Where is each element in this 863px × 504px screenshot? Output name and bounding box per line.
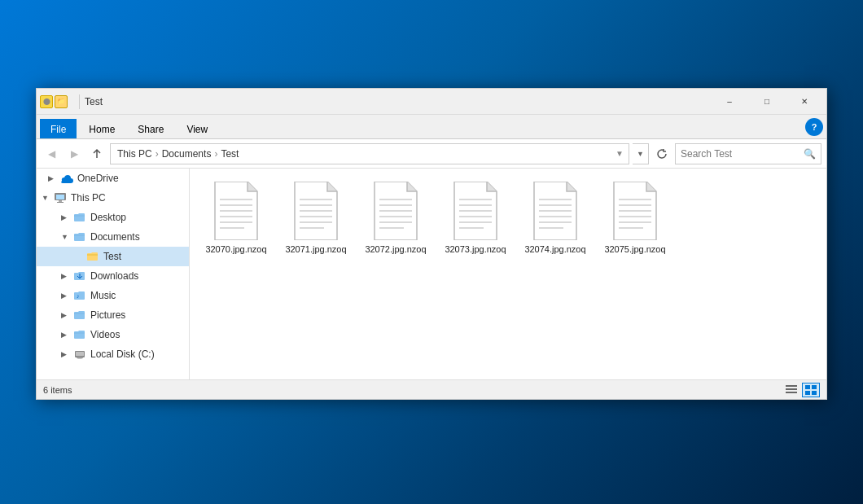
path-this-pc[interactable]: This PC bbox=[116, 148, 154, 160]
maximize-button[interactable]: □ bbox=[748, 89, 786, 115]
expand-icon-local-disk: ▶ bbox=[61, 350, 72, 358]
path-test[interactable]: Test bbox=[219, 148, 240, 160]
file-icon-2 bbox=[371, 182, 420, 240]
sidebar-label-desktop: Desktop bbox=[90, 212, 126, 223]
sidebar-label-documents: Documents bbox=[90, 231, 140, 243]
tab-home[interactable]: Home bbox=[78, 119, 125, 138]
sidebar-label-downloads: Downloads bbox=[90, 270, 138, 282]
search-icon[interactable]: 🔍 bbox=[804, 148, 816, 160]
svg-rect-44 bbox=[786, 385, 797, 387]
sidebar-label-onedrive: OneDrive bbox=[77, 173, 119, 184]
help-button[interactable]: ? bbox=[805, 118, 823, 136]
sidebar-item-pictures[interactable]: ▶ Pictures bbox=[37, 305, 189, 325]
search-box[interactable]: 🔍 bbox=[675, 143, 821, 164]
pictures-icon bbox=[72, 309, 87, 322]
svg-point-6 bbox=[77, 357, 83, 359]
svg-rect-48 bbox=[812, 385, 817, 389]
onedrive-icon bbox=[59, 172, 74, 185]
disk-icon bbox=[72, 348, 87, 361]
file-icon-4 bbox=[531, 182, 580, 240]
path-dropdown-icon: ▼ bbox=[615, 149, 624, 158]
sidebar-label-local-disk: Local Disk (C:) bbox=[90, 348, 155, 360]
downloads-icon bbox=[72, 270, 87, 283]
quick-btn-1[interactable]: ⬤ bbox=[40, 95, 53, 108]
sidebar-item-test[interactable]: Test bbox=[37, 247, 189, 266]
status-item-count: 6 items bbox=[43, 385, 782, 395]
sidebar-label-this-pc: This PC bbox=[71, 192, 106, 204]
file-item-3[interactable]: 32073.jpg.nzoq bbox=[439, 178, 512, 258]
desktop-folder-icon bbox=[72, 211, 87, 224]
file-item-0[interactable]: 32070.jpg.nzoq bbox=[199, 178, 273, 258]
svg-rect-3 bbox=[57, 202, 64, 203]
refresh-icon bbox=[656, 148, 668, 160]
documents-folder-icon bbox=[72, 230, 87, 243]
path-documents[interactable]: Documents bbox=[160, 148, 213, 160]
expand-icon-downloads: ▶ bbox=[61, 272, 72, 280]
svg-text:♪: ♪ bbox=[77, 293, 80, 299]
ribbon-tabs: File Home Share View ? bbox=[37, 115, 826, 139]
expand-icon-this-pc: ▼ bbox=[42, 194, 53, 202]
address-path[interactable]: This PC › Documents › Test ▼ bbox=[110, 143, 629, 164]
path-sep-2: › bbox=[214, 148, 217, 160]
file-name-3: 32073.jpg.nzoq bbox=[445, 243, 506, 255]
address-bar: ◀ ▶ This PC › Documents › Test ▼ ▼ 🔍 bbox=[37, 139, 826, 169]
file-item-5[interactable]: 32075.jpg.nzoq bbox=[598, 178, 672, 258]
file-item-4[interactable]: 32074.jpg.nzoq bbox=[519, 178, 592, 258]
svg-rect-2 bbox=[59, 200, 62, 202]
tab-view[interactable]: View bbox=[176, 119, 218, 138]
file-icon-0 bbox=[212, 182, 261, 240]
refresh-button[interactable] bbox=[652, 144, 672, 164]
details-view-button[interactable] bbox=[782, 383, 800, 397]
expand-icon-videos: ▶ bbox=[61, 331, 72, 339]
file-item-2[interactable]: 32072.jpg.nzoq bbox=[359, 178, 432, 258]
quick-btn-2[interactable]: 📁 bbox=[55, 95, 68, 108]
svg-rect-1 bbox=[56, 195, 64, 199]
view-buttons bbox=[782, 383, 820, 397]
file-name-4: 32074.jpg.nzoq bbox=[524, 243, 585, 255]
tiles-view-button[interactable] bbox=[802, 383, 820, 397]
sidebar-item-desktop[interactable]: ▶ Desktop bbox=[37, 208, 189, 227]
expand-icon-desktop: ▶ bbox=[61, 213, 72, 221]
sidebar-item-onedrive[interactable]: ▶ OneDrive bbox=[37, 169, 189, 188]
test-folder-icon bbox=[85, 250, 100, 263]
svg-rect-45 bbox=[786, 388, 797, 390]
file-name-0: 32070.jpg.nzoq bbox=[205, 243, 266, 255]
forward-button[interactable]: ▶ bbox=[64, 144, 84, 164]
sidebar: ▶ OneDrive ▼ This PC ▶ Desktop bbox=[37, 169, 190, 379]
svg-rect-49 bbox=[805, 391, 810, 395]
tab-share[interactable]: Share bbox=[127, 119, 174, 138]
main-area: ▶ OneDrive ▼ This PC ▶ Desktop bbox=[37, 169, 826, 379]
svg-rect-50 bbox=[812, 391, 817, 395]
close-button[interactable]: ✕ bbox=[786, 89, 823, 115]
search-input[interactable] bbox=[681, 148, 804, 160]
expand-icon-pictures: ▶ bbox=[61, 311, 72, 319]
quick-access-toolbar: ⬤ 📁 bbox=[40, 95, 68, 108]
file-name-1: 32071.jpg.nzoq bbox=[285, 243, 346, 255]
address-chevron[interactable]: ▼ bbox=[633, 143, 649, 164]
back-button[interactable]: ◀ bbox=[42, 144, 61, 164]
file-icon-1 bbox=[291, 182, 340, 240]
expand-icon: ▶ bbox=[48, 174, 59, 182]
sidebar-item-videos[interactable]: ▶ Videos bbox=[37, 325, 189, 344]
sidebar-item-local-disk[interactable]: ▶ Local Disk (C:) bbox=[37, 344, 189, 364]
file-item-1[interactable]: 32071.jpg.nzoq bbox=[279, 178, 353, 258]
computer-icon bbox=[53, 191, 68, 204]
sidebar-item-downloads[interactable]: ▶ Downloads bbox=[37, 266, 189, 286]
title-bar: ⬤ 📁 Test – □ ✕ bbox=[37, 89, 826, 115]
sidebar-item-documents[interactable]: ▼ Documents bbox=[37, 227, 189, 247]
sidebar-label-test: Test bbox=[103, 251, 121, 262]
tab-file[interactable]: File bbox=[40, 119, 77, 138]
expand-icon-documents: ▼ bbox=[61, 233, 72, 241]
minimize-button[interactable]: – bbox=[711, 89, 748, 115]
sidebar-item-music[interactable]: ▶ ♪ Music bbox=[37, 286, 189, 305]
music-icon: ♪ bbox=[72, 289, 87, 302]
sidebar-item-this-pc[interactable]: ▼ This PC bbox=[37, 188, 189, 208]
expand-icon-music: ▶ bbox=[61, 291, 72, 300]
svg-rect-7 bbox=[76, 352, 84, 356]
explorer-window: ⬤ 📁 Test – □ ✕ File Home Share View ? ◀ … bbox=[36, 88, 827, 400]
up-icon bbox=[91, 148, 103, 160]
path-sep-1: › bbox=[156, 148, 159, 160]
up-button[interactable] bbox=[87, 144, 107, 164]
window-title: Test bbox=[85, 96, 711, 107]
file-icon-5 bbox=[611, 182, 659, 240]
